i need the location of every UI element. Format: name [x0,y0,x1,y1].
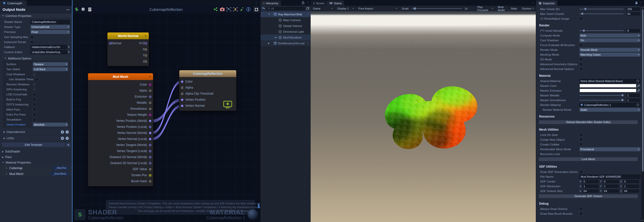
slider-track[interactable] [579,9,624,9]
slider-knob[interactable] [621,94,624,97]
checkbox[interactable] [33,103,36,106]
port-sdf-value[interactable] [149,168,151,170]
hierarchy-item-main-camera[interactable]: Main Camera [260,17,311,23]
checkbox[interactable]: ✓ [33,83,36,86]
kebab-menu-icon[interactable]: ⋮ [307,42,310,45]
checkbox[interactable] [579,143,583,146]
dropdown[interactable]: Marching Cubes▾ [579,53,640,57]
focus-output-icon[interactable] [232,7,238,12]
port-outward-2d-normal-local-[interactable] [149,162,151,164]
text-field[interactable]: CubemapReflection [31,20,70,24]
kebab-menu-icon[interactable]: ⋮ [306,1,309,5]
save-to-disk-icon[interactable] [223,101,232,109]
share-nodes-icon[interactable] [213,7,218,12]
checkbox[interactable] [579,17,583,20]
port-color[interactable] [149,84,151,86]
slider-knob[interactable] [581,12,584,15]
drag-handle-icon[interactable]: = [6,172,7,176]
scale-slider-track[interactable] [412,8,462,9]
graph-scrollbar-nub[interactable] [258,204,259,208]
dropdown[interactable]: Static▾ [579,108,640,112]
lock-open-icon[interactable] [302,1,304,4]
port-vertex-position[interactable] [181,99,183,101]
axis-value-field[interactable]: 64 [582,189,599,193]
port-alpha[interactable] [149,90,151,92]
object-picker-icon[interactable] [636,103,639,106]
info-icon[interactable] [246,7,251,12]
port-screen-pos[interactable] [149,174,151,176]
node-header[interactable]: Mud Mesh ▼ [88,73,153,80]
hierarchy-item-global-volume[interactable]: Global Volume [260,23,311,29]
axis-value-field[interactable]: 0 [623,179,639,183]
checkbox[interactable] [579,138,583,141]
port-y[interactable] [145,54,147,57]
port-alpha-clip-threshold[interactable] [181,93,183,95]
add-circle-icon[interactable]: + [61,137,64,140]
tab-inspector[interactable]: Inspector [536,1,557,6]
stepper-icon[interactable]: ⇅ [68,46,70,48]
port-vertex-normal-local-[interactable] [149,138,151,140]
common-properties-bar[interactable]: ▼ Common Properties [0,13,72,18]
kebab-menu-icon[interactable]: ⋮ [532,1,535,5]
port-metallic[interactable] [149,102,151,104]
eyedropper-icon[interactable] [636,84,640,88]
tab-hierarchy[interactable]: ≡ Hierarchy [260,1,281,6]
value-field[interactable]: 1 [626,93,640,97]
button-reload-needed-after-shader-edits-[interactable]: Reload (Needed After Shader Edits) [539,120,638,124]
button-lock-mesh[interactable]: Lock Mesh [539,157,638,161]
port-vertex-normal-world-[interactable] [149,132,151,134]
dropdown[interactable]: Auto▾ [579,33,640,38]
object-field[interactable]: CubemapReflection 1 [579,103,640,107]
dropdown[interactable]: On▾ [579,38,640,42]
expand-window-icon[interactable] [306,7,309,10]
hierarchy-item-ray-marched-blob[interactable]: ▼Ray-Marched Blob⋮ [260,11,311,17]
panel-splitter[interactable] [72,0,73,222]
port-color[interactable] [181,81,183,83]
checkbox[interactable] [33,113,36,116]
port-normal[interactable] [109,42,111,45]
port-outward-2d-normal-world-[interactable] [149,156,151,158]
minimize-icon[interactable]: — [67,8,70,11]
game-target-dropdown[interactable]: Game▾ [311,6,335,11]
hierarchy-search-input[interactable]: All [266,7,305,10]
foldout-lods[interactable]: ▶LODs+− [2,136,70,141]
axis-value-field[interactable]: 0 [582,179,599,183]
lock-closed-icon[interactable] [635,1,638,4]
game-viewport[interactable] [311,11,536,222]
checkbox[interactable] [579,133,583,136]
remove-circle-icon[interactable]: − [66,137,69,140]
tab-cubemap-graph[interactable]: CubemapR.. [0,1,27,6]
object-picker-icon[interactable] [636,80,639,82]
focus-node-icon[interactable] [226,7,231,12]
collapse-left-icon[interactable]: ◀ [66,142,70,147]
text-field[interactable]: UnityEditor.ShaderGraj [31,50,67,54]
remove-circle-icon[interactable]: − [66,130,69,134]
checkbox[interactable] [31,41,34,44]
stepper-icon[interactable]: ⇅ [68,51,70,53]
value-field[interactable]: 256 [626,7,640,11]
slider-knob[interactable] [584,8,587,10]
foldout-arrow-icon[interactable]: ▶ [275,36,277,39]
kebab-menu-icon[interactable]: ⋮ [255,1,258,4]
checkbox[interactable] [35,78,39,81]
axis-value-field[interactable]: 1 [623,184,639,188]
scroll-down-icon[interactable]: ▼ [642,219,644,221]
port-x[interactable] [145,48,147,51]
text-field[interactable]: Hidden/InternalErrorSh [31,45,67,49]
hierarchy-item-mud-renderer[interactable]: ▶Mud Renderer [260,34,311,40]
hierarchy-item-directional-light[interactable]: Directional Light [260,29,311,34]
material-property-row[interactable]: =Cubemap_MainTex [0,165,72,171]
add-circle-icon[interactable]: + [61,130,64,134]
color-swatch[interactable] [579,89,636,92]
dropdown[interactable]: Smooth Mesh▾ [579,48,640,52]
port-xyz[interactable] [145,42,147,45]
axis-value-field[interactable]: 0 [603,179,619,183]
port-brush-hash[interactable] [149,180,151,182]
dropdown[interactable]: Absolute▾ [33,123,68,127]
play-focused-dropdown[interactable]: Play Focused▾ [475,6,495,11]
section-pass[interactable]: ▶Pass [0,155,72,160]
slider-knob[interactable] [621,99,624,101]
checkbox[interactable] [579,43,583,47]
port-texture-weight[interactable] [149,114,151,116]
port-vertex-tangent-local-[interactable] [149,150,151,152]
